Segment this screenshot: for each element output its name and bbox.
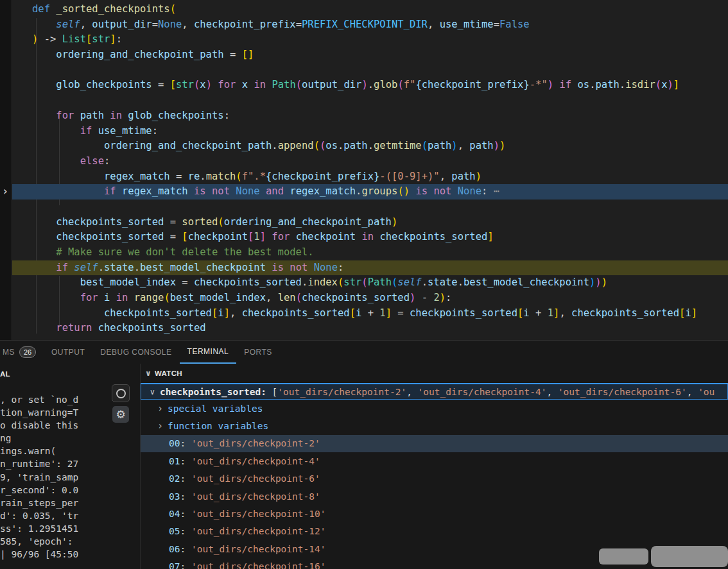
bottom-panel: MS26OUTPUTDEBUG CONSOLETERMINALPORTS AL … [0,340,728,569]
code-line[interactable]: if regex_match is not None and regex_mat… [12,184,728,200]
code-line[interactable]: else: [12,154,728,169]
terminal-line: r_second': 0.0 [0,484,101,497]
terminal-lines: , or set `no_dtion_warning=To disable th… [0,393,101,561]
terminal-line: ng [0,432,101,445]
stack-frame-chevron-icon: › [2,185,8,198]
watch-group[interactable]: ›special variables [141,400,728,417]
code-line[interactable]: self, output_dir=None, checkpoint_prefix… [12,17,728,33]
watch-list-item[interactable]: 02: 'out_dirs/checkpoint-6' [141,470,728,488]
terminal-line: 9, 'train_samp [0,471,101,484]
watch-title: WATCH [155,369,182,377]
code-line[interactable]: best_model_index = checkpoints_sorted.in… [12,275,728,291]
code-line[interactable]: checkpoints_sorted = sorted(ordering_and… [12,215,728,230]
code-line[interactable]: if use_mtime: [12,124,728,139]
tab-problems-truncated[interactable]: MS26 [0,341,44,364]
gear-icon[interactable]: ⚙ [112,406,129,423]
overlay-artifact [651,546,728,567]
tab-terminal[interactable]: TERMINAL [180,341,237,364]
watch-list-item[interactable]: 01: 'out_dirs/checkpoint-4' [141,452,728,470]
terminal-header-fragment: AL [0,370,10,378]
code-line[interactable]: regex_match = re.match(f".*{checkpoint_p… [12,169,728,185]
code-line[interactable]: for path in glob_checkpoints: [12,108,728,124]
watch-group[interactable]: ›function variables [141,417,728,434]
terminal-line: d': 0.035, 'tr [0,509,101,522]
code-editor[interactable]: def _sorted_checkpoints( self, output_di… [0,0,728,340]
code-line[interactable]: ordering_and_checkpoint_path = [] [12,47,728,63]
watch-list-item[interactable]: 05: 'out_dirs/checkpoint-12' [141,523,728,540]
terminal-line: ss': 1.2951451 [0,522,101,535]
terminal-line: | 96/96 [45:50 [0,548,101,561]
console-icon-ring [116,389,126,398]
chevron-down-icon: ∨ [145,369,152,378]
code-line[interactable]: for i in range(best_model_index, len(che… [12,291,728,306]
code-line[interactable] [12,93,728,108]
terminal-line: 585, 'epoch': [0,535,101,548]
watch-panel: ∨ WATCH ∨checkpoints_sorted: ['out_dirs/… [140,364,728,569]
code-line[interactable]: def _sorted_checkpoints( [12,2,728,17]
terminal-line: o disable this [0,419,101,432]
code-line[interactable] [12,63,728,78]
code-line[interactable]: return checkpoints_sorted [12,321,728,336]
console-icon[interactable] [112,384,130,402]
code-line[interactable]: checkpoints_sorted[i], checkpoints_sorte… [12,306,728,321]
tab-ports[interactable]: PORTS [236,341,280,364]
code-lines: def _sorted_checkpoints( self, output_di… [12,2,728,336]
problems-count-badge: 26 [19,346,36,358]
code-line[interactable]: if self.state.best_model_checkpoint is n… [12,260,728,276]
watch-rows: ∨checkpoints_sorted: ['out_dirs/checkpoi… [141,383,728,569]
watch-list-item[interactable]: 04: 'out_dirs/checkpoint-10' [141,505,728,522]
overlay-artifact [599,548,648,565]
code-line[interactable] [12,200,728,215]
tab-debug-console[interactable]: DEBUG CONSOLE [92,341,179,364]
code-line[interactable]: # Make sure we don't delete the best mod… [12,245,728,260]
code-line[interactable]: checkpoints_sorted = [checkpoint[1] for … [12,230,728,245]
editor-gutter[interactable]: › [0,0,12,340]
panel-body: AL , or set `no_dtion_warning=To disable… [0,364,728,569]
watch-list-item[interactable]: 03: 'out_dirs/checkpoint-8' [141,488,728,505]
panel-tabs: MS26OUTPUTDEBUG CONSOLETERMINALPORTS [0,341,728,364]
tab-output[interactable]: OUTPUT [44,341,92,364]
code-line[interactable]: ) -> List[str]: [12,32,728,47]
watch-item-checkpoints-sorted[interactable]: ∨checkpoints_sorted: ['out_dirs/checkpoi… [141,383,728,400]
code-line[interactable]: ordering_and_checkpoint_path.append((os.… [12,139,728,154]
terminal-line: ings.warn( [0,445,101,457]
terminal-line: tion_warning=T [0,406,101,419]
code-line[interactable]: glob_checkpoints = [str(x) for x in Path… [12,78,728,93]
terminal-output[interactable]: AL , or set `no_dtion_warning=To disable… [0,364,101,569]
panel-view-icons: ⚙ [101,364,140,569]
terminal-line: , or set `no_d [0,393,101,406]
vscode-window: def _sorted_checkpoints( self, output_di… [0,0,728,569]
watch-section-header[interactable]: ∨ WATCH [141,364,728,383]
terminal-line: rain_steps_per [0,497,101,509]
watch-list-item[interactable]: 00: 'out_dirs/checkpoint-2' [141,435,728,452]
terminal-line: n_runtime': 27 [0,457,101,470]
